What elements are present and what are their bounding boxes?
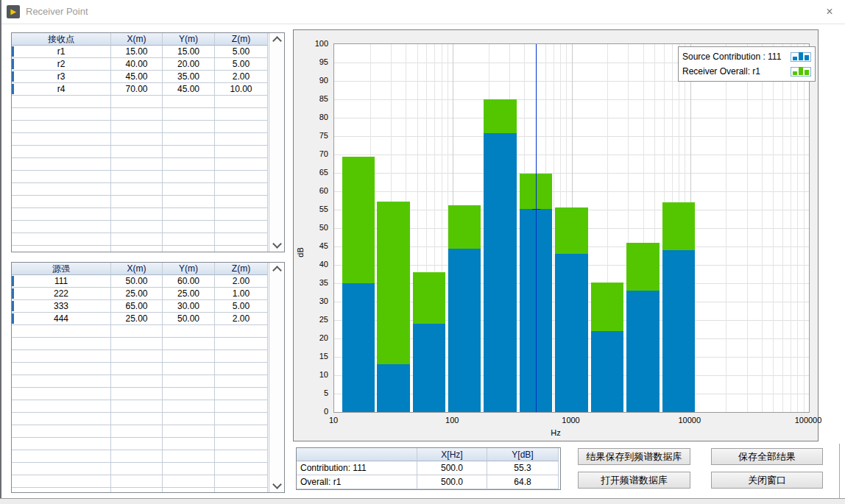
table-cell[interactable] bbox=[215, 208, 268, 221]
save-to-spectrum-db-button[interactable]: 结果保存到频谱数据库 bbox=[578, 448, 690, 465]
table-row[interactable] bbox=[12, 121, 269, 133]
table-cell[interactable] bbox=[12, 208, 111, 221]
table-cell[interactable] bbox=[215, 171, 268, 183]
table-cell[interactable] bbox=[215, 146, 268, 158]
table-cell[interactable] bbox=[215, 221, 268, 233]
table-row[interactable] bbox=[12, 221, 269, 233]
table-row[interactable] bbox=[12, 183, 269, 196]
table-cell[interactable]: 45.00 bbox=[111, 71, 163, 83]
table-cell[interactable] bbox=[215, 325, 268, 338]
table-cell[interactable] bbox=[163, 146, 215, 158]
table-row[interactable] bbox=[12, 425, 269, 438]
receiver-table-body[interactable]: 接收点X(m)Y(m)Z(m)r115.0015.005.00r240.0020… bbox=[12, 33, 269, 252]
table-cell[interactable] bbox=[163, 425, 215, 438]
table-cell[interactable] bbox=[12, 233, 111, 246]
table-cell[interactable]: 35.00 bbox=[163, 71, 215, 83]
table-cell[interactable] bbox=[163, 171, 215, 183]
table-row[interactable]: r345.0035.002.00 bbox=[12, 71, 269, 83]
table-cell[interactable] bbox=[12, 108, 111, 121]
table-cell[interactable] bbox=[111, 450, 163, 463]
chart-legend[interactable]: Source Contribution : 111 Receiver Overa… bbox=[678, 46, 816, 82]
table-cell[interactable] bbox=[12, 425, 111, 438]
table-cell[interactable] bbox=[163, 438, 215, 450]
table-cell[interactable] bbox=[111, 183, 163, 196]
table-row[interactable] bbox=[12, 158, 269, 171]
table-cell[interactable]: 15.00 bbox=[111, 46, 163, 58]
table-cell[interactable] bbox=[12, 121, 111, 133]
table-row[interactable] bbox=[12, 325, 269, 338]
table-cell[interactable] bbox=[163, 196, 215, 208]
table-cell[interactable]: 5.00 bbox=[215, 300, 268, 313]
source-table-scrollbar[interactable] bbox=[269, 263, 284, 492]
table-cell[interactable] bbox=[163, 475, 215, 488]
table-cell[interactable] bbox=[111, 425, 163, 438]
table-cell[interactable] bbox=[12, 133, 111, 146]
table-cell[interactable] bbox=[215, 450, 268, 463]
table-row[interactable] bbox=[12, 488, 269, 492]
table-cell[interactable] bbox=[111, 171, 163, 183]
table-cell[interactable] bbox=[215, 196, 268, 208]
table-cell[interactable]: 444 bbox=[12, 313, 111, 325]
scroll-up-icon[interactable] bbox=[272, 36, 282, 46]
table-cell[interactable]: 70.00 bbox=[111, 83, 163, 96]
table-cell[interactable] bbox=[111, 196, 163, 208]
table-cell[interactable] bbox=[12, 363, 111, 375]
table-cell[interactable]: 222 bbox=[12, 288, 111, 300]
table-cell[interactable] bbox=[12, 413, 111, 425]
table-cell[interactable] bbox=[215, 488, 268, 492]
table-cell[interactable] bbox=[111, 463, 163, 475]
cursor-line[interactable] bbox=[536, 44, 537, 412]
table-cell[interactable]: 2.00 bbox=[215, 275, 268, 288]
table-row[interactable]: 22225.0025.001.00 bbox=[12, 288, 269, 300]
receiver-table-scrollbar[interactable] bbox=[269, 33, 284, 252]
table-cell[interactable] bbox=[163, 208, 215, 221]
table-cell[interactable] bbox=[215, 375, 268, 388]
table-row[interactable] bbox=[12, 133, 269, 146]
table-cell[interactable] bbox=[12, 158, 111, 171]
table-cell[interactable] bbox=[12, 463, 111, 475]
table-row[interactable] bbox=[12, 146, 269, 158]
table-cell[interactable] bbox=[163, 133, 215, 146]
table-cell[interactable] bbox=[215, 246, 268, 252]
table-cell[interactable] bbox=[111, 246, 163, 252]
cursor-crosshair[interactable] bbox=[532, 209, 540, 210]
table-cell[interactable] bbox=[163, 350, 215, 363]
save-all-results-button[interactable]: 保存全部结果 bbox=[711, 448, 823, 465]
table-cell[interactable] bbox=[111, 338, 163, 350]
table-cell[interactable] bbox=[12, 338, 111, 350]
table-cell[interactable] bbox=[12, 183, 111, 196]
table-cell[interactable] bbox=[111, 413, 163, 425]
table-cell[interactable]: 30.00 bbox=[163, 300, 215, 313]
table-cell[interactable] bbox=[12, 350, 111, 363]
table-cell[interactable] bbox=[12, 450, 111, 463]
table-cell[interactable] bbox=[111, 363, 163, 375]
source-table-body[interactable]: 源强X(m)Y(m)Z(m)11150.0060.002.0022225.002… bbox=[12, 263, 269, 492]
table-cell[interactable] bbox=[12, 388, 111, 400]
table-cell[interactable] bbox=[215, 233, 268, 246]
table-cell[interactable] bbox=[163, 375, 215, 388]
table-cell[interactable]: 25.00 bbox=[163, 288, 215, 300]
table-row[interactable] bbox=[12, 450, 269, 463]
table-row[interactable] bbox=[12, 375, 269, 388]
table-row[interactable] bbox=[12, 463, 269, 475]
table-cell[interactable] bbox=[163, 338, 215, 350]
table-cell[interactable] bbox=[163, 488, 215, 492]
table-cell[interactable]: r2 bbox=[12, 58, 111, 71]
table-row[interactable]: 33365.0030.005.00 bbox=[12, 300, 269, 313]
table-cell[interactable] bbox=[12, 146, 111, 158]
table-cell[interactable] bbox=[215, 363, 268, 375]
table-cell[interactable] bbox=[163, 450, 215, 463]
table-row[interactable] bbox=[12, 350, 269, 363]
table-cell[interactable]: 2.00 bbox=[215, 71, 268, 83]
table-row[interactable] bbox=[12, 246, 269, 252]
table-row[interactable]: 11150.0060.002.00 bbox=[12, 275, 269, 288]
table-cell[interactable]: 15.00 bbox=[163, 46, 215, 58]
table-cell[interactable] bbox=[111, 438, 163, 450]
table-cell[interactable] bbox=[12, 171, 111, 183]
table-cell[interactable] bbox=[163, 96, 215, 108]
table-row[interactable] bbox=[12, 96, 269, 108]
table-row[interactable] bbox=[12, 233, 269, 246]
table-cell[interactable] bbox=[163, 183, 215, 196]
table-cell[interactable] bbox=[215, 108, 268, 121]
table-cell[interactable] bbox=[163, 246, 215, 252]
